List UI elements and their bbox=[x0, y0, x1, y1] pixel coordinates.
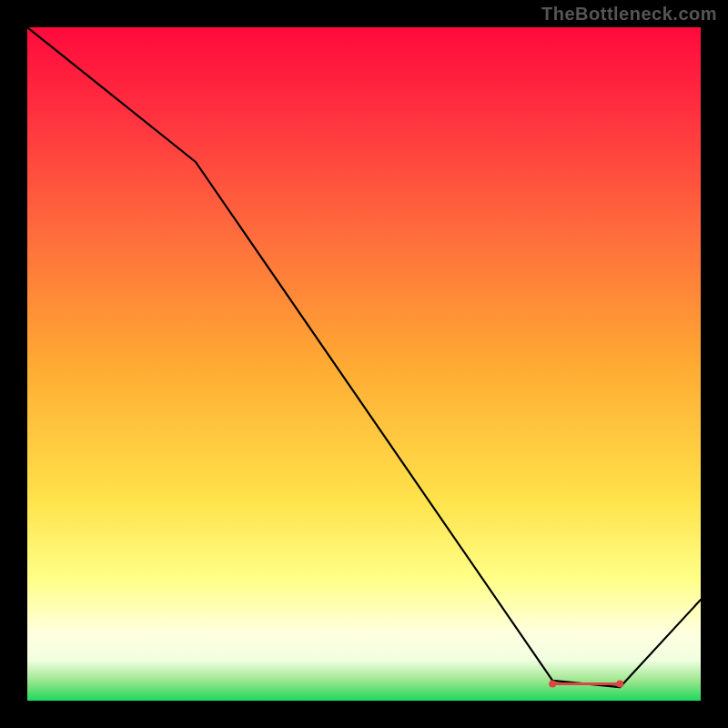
band-endcap-right bbox=[616, 681, 623, 688]
chart-svg bbox=[27, 27, 701, 701]
plot-area bbox=[27, 27, 701, 701]
watermark-text: TheBottleneck.com bbox=[541, 4, 717, 25]
curve-line bbox=[27, 27, 701, 687]
chart-frame: TheBottleneck.com bbox=[0, 0, 728, 728]
band-endcap-left bbox=[549, 681, 556, 688]
